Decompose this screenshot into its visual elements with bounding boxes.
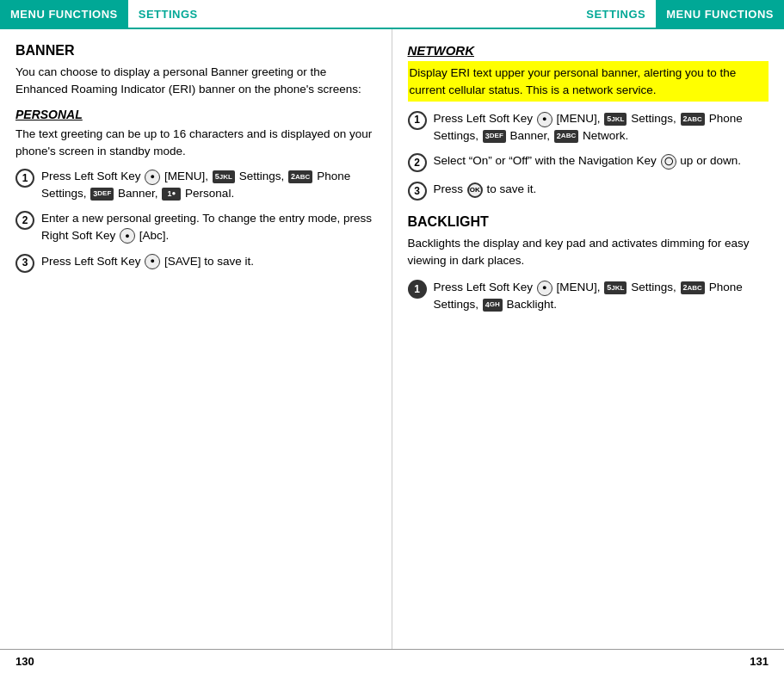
network-step-3-text: Press OK to save it. [434, 181, 769, 198]
step-number-1: 1 [15, 169, 34, 188]
key-2abc-1: 2ABC [288, 170, 312, 183]
header-bar: MENU FUNCTIONS SETTINGS SETTINGS MENU FU… [0, 0, 784, 28]
menu-functions-badge-left: MENU FUNCTIONS [0, 0, 128, 28]
footer-right: 131 [392, 650, 785, 673]
page-number-right: 131 [750, 655, 769, 668]
network-highlight: Display ERI text upper your personal ban… [408, 61, 769, 102]
step-2: 2 Enter a new personal greeting. To chan… [15, 210, 376, 244]
backlight-steps: 1 Press Left Soft Key ● [MENU], 5JKL Set… [408, 279, 769, 312]
key-1: 1● [162, 188, 181, 201]
key-2abc-b: 2ABC [681, 281, 705, 294]
step-1-text: Press Left Soft Key ● [MENU], 5JKL Setti… [41, 168, 376, 201]
footer-bar: 130 131 [0, 649, 784, 673]
key-3def-n: 3DEF [483, 130, 506, 143]
footer-left: 130 [0, 650, 392, 673]
backlight-title: BACKLIGHT [408, 214, 769, 230]
right-column: NETWORK Display ERI text upper your pers… [392, 29, 785, 649]
network-step-1: 1 Press Left Soft Key ● [MENU], 5JKL Set… [408, 110, 769, 144]
network-steps: 1 Press Left Soft Key ● [MENU], 5JKL Set… [408, 110, 769, 201]
backlight-step-1: 1 Press Left Soft Key ● [MENU], 5JKL Set… [408, 279, 769, 312]
left-soft-key-icon-b1: ● [537, 281, 553, 296]
step-3: 3 Press Left Soft Key ● [SAVE] to save i… [15, 253, 376, 273]
backlight-section: BACKLIGHT Backlights the display and key… [408, 214, 769, 312]
header-right: SETTINGS MENU FUNCTIONS [392, 0, 785, 28]
banner-title: BANNER [15, 43, 376, 59]
step-number-3: 3 [15, 254, 34, 273]
key-5jkl-b: 5JKL [604, 281, 627, 294]
left-soft-key-icon-1: ● [145, 170, 160, 185]
network-step-3: 3 Press OK to save it. [408, 181, 769, 201]
left-soft-key-icon-3: ● [145, 254, 160, 269]
step-3-text: Press Left Soft Key ● [SAVE] to save it. [41, 253, 376, 270]
network-step-1-text: Press Left Soft Key ● [MENU], 5JKL Setti… [434, 110, 769, 144]
menu-functions-badge-right: MENU FUNCTIONS [656, 0, 784, 28]
step-number-2: 2 [15, 211, 34, 230]
key-4gh-b: 4GH [483, 299, 503, 312]
network-step-2-text: Select “On” or “Off” with the Navigation… [434, 152, 769, 170]
key-2abc-n2: 2ABC [554, 130, 578, 143]
header-left: MENU FUNCTIONS SETTINGS [0, 0, 392, 28]
settings-label-left: SETTINGS [128, 0, 208, 28]
left-soft-key-icon-n1: ● [537, 112, 553, 127]
content-area: BANNER You can choose to display a perso… [0, 28, 784, 649]
backlight-step-1-text: Press Left Soft Key ● [MENU], 5JKL Setti… [434, 279, 769, 312]
backlight-desc: Backlights the display and key pad and a… [408, 235, 769, 269]
personal-steps: 1 Press Left Soft Key ● [MENU], 5JKL Set… [15, 168, 376, 272]
page-number-left: 130 [15, 655, 34, 668]
step-1: 1 Press Left Soft Key ● [MENU], 5JKL Set… [15, 168, 376, 201]
key-5jkl-n: 5JKL [604, 113, 627, 126]
right-soft-key-icon: ● [120, 228, 135, 244]
ok-icon: OK [467, 182, 483, 198]
network-step-number-2: 2 [408, 153, 427, 172]
network-title: NETWORK [408, 43, 769, 58]
settings-label-right: SETTINGS [576, 0, 656, 28]
network-step-number-1: 1 [408, 111, 427, 130]
personal-desc: The text greeting can be up to 16 charac… [15, 126, 376, 159]
banner-desc: You can choose to display a personal Ban… [15, 64, 376, 97]
nav-key-icon: ◯ [661, 154, 676, 170]
network-step-number-3: 3 [408, 182, 427, 201]
key-2abc-n: 2ABC [681, 113, 705, 126]
key-5jkl: 5JKL [213, 170, 235, 183]
left-column: BANNER You can choose to display a perso… [0, 29, 392, 649]
personal-title: PERSONAL [15, 108, 376, 121]
step-2-text: Enter a new personal greeting. To change… [41, 210, 376, 244]
key-3def: 3DEF [90, 188, 114, 201]
network-step-2: 2 Select “On” or “Off” with the Navigati… [408, 152, 769, 172]
backlight-step-number-1: 1 [408, 280, 427, 299]
